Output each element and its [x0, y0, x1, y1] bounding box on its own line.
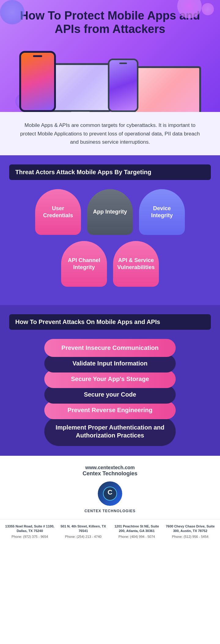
- phone-mid-device: [108, 59, 138, 112]
- logo-circle: C: [98, 481, 122, 506]
- logo-name: CENTEX TECHNOLOGIES: [6, 509, 214, 513]
- page-title: How To Protect Mobile Apps and APIs from…: [12, 9, 208, 36]
- threat-label-2: App Integrity: [93, 208, 127, 215]
- prevent-pill-5: Prevent Reverse Engineering: [44, 401, 176, 419]
- threat-header-box: Threat Actors Attack Mobile Apps By Targ…: [9, 164, 211, 180]
- address-text-1: 501 N. 4th Street, Killeen, TX 76541: [58, 524, 108, 534]
- arch-shape-gray-2: App Integrity: [87, 189, 133, 235]
- laptop-device: [134, 66, 201, 112]
- centex-logo-svg: C: [102, 486, 118, 501]
- threat-item-api-channel: API Channel Integrity: [61, 241, 107, 287]
- threat-section: Threat Actors Attack Mobile Apps By Targ…: [0, 155, 220, 305]
- address-item-3: 7600 Chevy Chase Drive, Suite 300, Austi…: [163, 524, 217, 538]
- monitor-device: [50, 63, 111, 112]
- blob-decoration-tl: [0, 0, 24, 24]
- prevent-section: How To Prevent Attacks On Mobile Apps an…: [0, 305, 220, 456]
- arch-shape-blue-3: Device Integrity: [139, 189, 185, 235]
- footer-logo-section: www.centextech.com Centex Technologies C…: [0, 456, 220, 519]
- footer-website: www.centextech.com: [6, 465, 214, 470]
- address-item-1: 501 N. 4th Street, Killeen, TX 76541 Pho…: [57, 524, 110, 538]
- phone-text-2: Phone: (404) 994 - 5074: [112, 535, 162, 538]
- prevent-pill-4: Secure your Code: [44, 386, 176, 404]
- footer-company: Centex Technologies: [6, 470, 214, 477]
- threat-items-row1: User Credentials App Integrity Device In…: [9, 189, 211, 235]
- threat-label-3: Device Integrity: [144, 205, 180, 219]
- phone-left-device: [19, 51, 56, 112]
- threat-label-1: User Credentials: [40, 205, 76, 219]
- arch-shape-pink-1: User Credentials: [35, 189, 81, 235]
- address-item-0: 13355 Noel Road, Suite # 1100, Dallas, T…: [3, 524, 57, 538]
- threat-item-user-credentials: User Credentials: [35, 189, 81, 235]
- devices-illustration: [12, 42, 208, 112]
- threat-item-app-integrity: App Integrity: [87, 189, 133, 235]
- arch-shape-pink-4: API Channel Integrity: [61, 241, 107, 287]
- address-text-3: 7600 Chevy Chase Drive, Suite 300, Austi…: [165, 524, 215, 534]
- prevent-pills-container: Prevent Insecure Communication Validate …: [9, 339, 211, 444]
- intro-section: Mobile Apps & APIs are common targets fo…: [0, 112, 220, 155]
- phone-text-3: Phone: (512) 956 - 5454: [165, 535, 215, 538]
- intro-text: Mobile Apps & APIs are common targets fo…: [18, 121, 202, 146]
- threat-label-5: API & Service Vulnerabilities: [117, 257, 155, 271]
- threat-items-row2: API Channel Integrity API & Service Vuln…: [9, 241, 211, 287]
- phone-text-1: Phone: (254) 213 - 4740: [58, 535, 108, 538]
- prevent-heading: How To Prevent Attacks On Mobile Apps an…: [15, 318, 160, 325]
- prevent-pill-2: Validate Input Information: [44, 354, 176, 372]
- phone-text-0: Phone: (972) 375 - 9654: [5, 535, 55, 538]
- address-item-2: 1201 Peachtree St NE, Suite 200, Atlanta…: [110, 524, 163, 538]
- header-section: How To Protect Mobile Apps and APIs from…: [0, 0, 220, 112]
- svg-text:C: C: [108, 488, 112, 496]
- prevent-pill-1: Prevent Insecure Communication: [44, 339, 176, 357]
- address-bar: 13355 Noel Road, Suite # 1100, Dallas, T…: [0, 519, 220, 543]
- prevent-pill-6: Implement Proper Authentication and Auth…: [44, 417, 176, 446]
- prevent-header-box: How To Prevent Attacks On Mobile Apps an…: [9, 314, 211, 330]
- threat-item-api-vulnerabilities: API & Service Vulnerabilities: [113, 241, 159, 287]
- threat-heading: Threat Actors Attack Mobile Apps By Targ…: [15, 169, 151, 175]
- prevent-pill-3: Secure Your App's Storage: [44, 370, 176, 388]
- threat-label-4: API Channel Integrity: [66, 257, 102, 271]
- arch-shape-pink-5: API & Service Vulnerabilities: [113, 241, 159, 287]
- threat-item-device-integrity: Device Integrity: [139, 189, 185, 235]
- address-text-2: 1201 Peachtree St NE, Suite 200, Atlanta…: [112, 524, 162, 534]
- address-text-0: 13355 Noel Road, Suite # 1100, Dallas, T…: [5, 524, 55, 534]
